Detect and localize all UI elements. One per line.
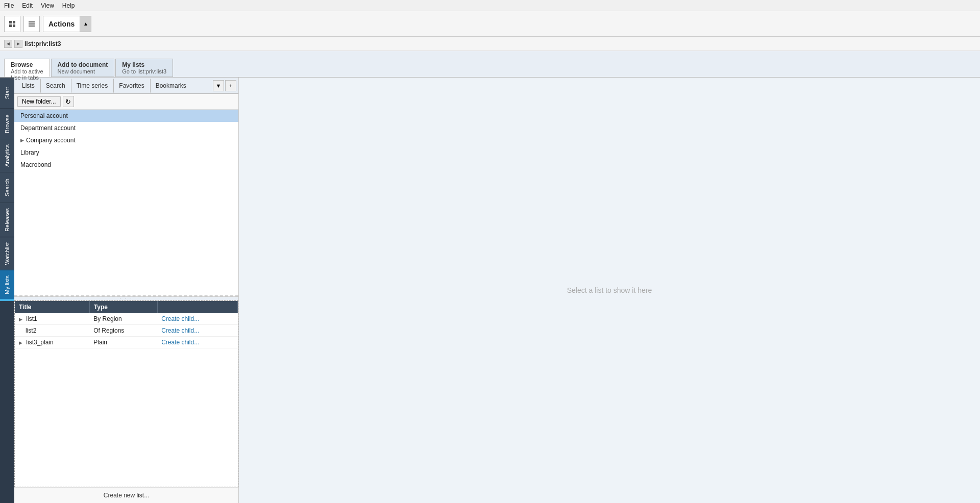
- tab-mylists-label: My lists: [122, 61, 144, 68]
- sidebar-item-mylists[interactable]: My lists: [0, 270, 14, 301]
- tab-browse-sub: Add to active Use in tabs: [11, 68, 43, 81]
- panel-tab-search[interactable]: Search: [40, 79, 71, 93]
- menu-help[interactable]: Help: [62, 2, 75, 9]
- folder-item-company[interactable]: ▶ Company account: [14, 134, 238, 146]
- toolbar: Actions ▲: [0, 11, 980, 37]
- nav-back-button[interactable]: ◄: [4, 40, 12, 48]
- row1-expand-icon[interactable]: ▶: [19, 317, 22, 322]
- svg-rect-0: [9, 21, 12, 23]
- row3-action[interactable]: Create child...: [157, 337, 237, 348]
- svg-rect-4: [29, 21, 35, 22]
- tab-add-to-document[interactable]: Add to document New document: [51, 59, 115, 77]
- row2-title: list2: [15, 325, 89, 337]
- row3-expand-icon[interactable]: ▶: [19, 340, 22, 345]
- svg-rect-2: [9, 24, 12, 27]
- folder-item-macrobond[interactable]: Macrobond: [14, 159, 238, 171]
- sidebar-item-browse[interactable]: Browse: [0, 108, 14, 139]
- row2-action[interactable]: Create child...: [157, 325, 237, 337]
- right-content-area: Select a list to show it here: [239, 78, 980, 503]
- panel-tab-timeseries[interactable]: Time series: [71, 79, 114, 93]
- row3-type: Plain: [89, 337, 157, 348]
- panel-tab-favorites[interactable]: Favorites: [113, 79, 150, 93]
- current-path: list:priv:list3: [24, 40, 61, 47]
- actions-button[interactable]: Actions ▲: [43, 16, 91, 32]
- folder-tree: Personal account Department account ▶ Co…: [14, 110, 238, 296]
- sidebar-item-analytics[interactable]: Analytics: [0, 139, 14, 172]
- table-row: ▶ list3_plain Plain Create child...: [15, 337, 238, 348]
- new-folder-button[interactable]: New folder...: [17, 96, 61, 107]
- row1-action[interactable]: Create child...: [157, 313, 237, 325]
- svg-rect-1: [13, 21, 15, 23]
- tab-browse[interactable]: Browse Add to active Use in tabs: [4, 59, 50, 77]
- actions-label: Actions: [43, 20, 80, 28]
- table-row: list2 Of Regions Create child...: [15, 325, 238, 337]
- resize-handle[interactable]: · · ·: [14, 296, 238, 300]
- sidebar-item-start[interactable]: Start: [0, 78, 14, 108]
- folder-item-personal[interactable]: Personal account: [14, 110, 238, 122]
- lists-table: Title Type ▶ list1 By Region Create chil…: [15, 301, 238, 348]
- row1-type: By Region: [89, 313, 157, 325]
- col-title: Title: [15, 301, 89, 313]
- row3-title: ▶ list3_plain: [15, 337, 89, 348]
- row2-type: Of Regions: [89, 325, 157, 337]
- tab-mylists-sub: Go to list:priv:list3: [122, 68, 166, 74]
- menu-edit[interactable]: Edit: [22, 2, 33, 9]
- toolbar-icon-2[interactable]: [23, 16, 40, 32]
- actions-dropdown-arrow[interactable]: ▲: [80, 16, 91, 32]
- table-row: ▶ list1 By Region Create child...: [15, 313, 238, 325]
- create-new-list-button[interactable]: Create new list...: [14, 487, 238, 503]
- col-type: Type: [89, 301, 157, 313]
- panel-tabs: Lists Search Time series Favorites Bookm…: [14, 78, 238, 94]
- tab-add-label: Add to document: [58, 61, 108, 68]
- folder-toolbar: New folder... ↻: [14, 94, 238, 110]
- tab-group: Browse Add to active Use in tabs Add to …: [0, 51, 980, 78]
- toolbar-icon-1[interactable]: [4, 16, 20, 32]
- sidebar-item-releases[interactable]: Releases: [0, 203, 14, 237]
- expand-icon: ▶: [20, 138, 24, 143]
- refresh-button[interactable]: ↻: [63, 96, 74, 107]
- panel-add-button[interactable]: +: [225, 80, 236, 91]
- nav-forward-button[interactable]: ►: [14, 40, 22, 48]
- panel-dropdown-button[interactable]: ▼: [213, 80, 224, 91]
- path-bar: ◄ ► list:priv:list3: [0, 37, 980, 51]
- menu-view[interactable]: View: [41, 2, 54, 9]
- main-content: Start Browse Analytics Search Releases W…: [0, 78, 980, 503]
- tab-add-sub: New document: [58, 68, 95, 74]
- panel-tab-bookmarks[interactable]: Bookmarks: [150, 79, 192, 93]
- vertical-nav: Start Browse Analytics Search Releases W…: [0, 78, 14, 503]
- panel-area: Lists Search Time series Favorites Bookm…: [14, 78, 239, 503]
- svg-rect-6: [29, 26, 35, 27]
- sidebar-item-watchlist[interactable]: Watchlist: [0, 237, 14, 270]
- select-list-hint: Select a list to show it here: [567, 286, 652, 294]
- folder-item-library[interactable]: Library: [14, 146, 238, 159]
- svg-rect-5: [29, 23, 35, 24]
- sidebar-item-search[interactable]: Search: [0, 172, 14, 203]
- table-area: Title Type ▶ list1 By Region Create chil…: [14, 300, 238, 487]
- menu-bar: File Edit View Help: [0, 0, 980, 11]
- menu-file[interactable]: File: [4, 2, 14, 9]
- folder-item-department[interactable]: Department account: [14, 122, 238, 134]
- row1-title: ▶ list1: [15, 313, 89, 325]
- tab-my-lists[interactable]: My lists Go to list:priv:list3: [115, 59, 173, 77]
- svg-rect-3: [13, 24, 15, 27]
- col-action: [157, 301, 237, 313]
- tab-browse-label: Browse: [11, 61, 33, 68]
- folder-item-company-label: Company account: [26, 137, 76, 144]
